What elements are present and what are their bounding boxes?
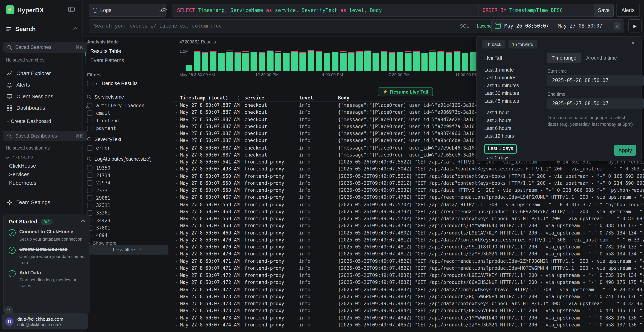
filter-value-row[interactable]: 32311 (87, 202, 168, 209)
shift-back-button[interactable]: 1h back (482, 40, 505, 48)
getstarted-item[interactable]: ✓Create Data SourcesConfigure where your… (8, 246, 84, 265)
histogram-bar[interactable] (372, 52, 379, 71)
histogram-bar[interactable] (202, 52, 208, 71)
log-row[interactable]: ›May 27 8:50:07.470 AMfrontend-proxyinfo… (172, 244, 644, 251)
histogram-bar[interactable] (397, 51, 404, 70)
save-button[interactable]: Save (594, 4, 614, 17)
analysis-mode-option[interactable]: Results Table (86, 47, 170, 56)
getstarted-item[interactable]: ✓Add DataStart sending logs, metrics, or… (8, 270, 84, 288)
column-header-timestamp[interactable]: Timestamp (Local)⋮ (180, 95, 244, 100)
source-select[interactable]: Logs (89, 4, 166, 17)
saved-dashboards-button[interactable]: Saved Dashboards ⌘K (3, 130, 87, 141)
log-row[interactable]: ›May 27 8:50:07.550 AMfrontend-proxyinfo… (172, 172, 644, 180)
time-range-option[interactable]: Last 1 minute (484, 66, 542, 74)
shift-forward-button[interactable]: 1h forward (508, 40, 537, 48)
histogram-bar[interactable] (250, 51, 257, 70)
sidebar-preset-item[interactable]: Services (0, 170, 82, 179)
analysis-mode-option[interactable]: Event Patterns (86, 56, 170, 65)
histogram-bar[interactable] (462, 52, 468, 71)
sidebar-item-alerts[interactable]: Alerts (0, 80, 95, 90)
apply-button[interactable]: Apply (614, 145, 636, 156)
histogram-bar[interactable] (194, 51, 200, 71)
histogram-bar[interactable] (454, 51, 460, 71)
histogram-bar[interactable] (300, 52, 306, 70)
log-row[interactable]: ›May 27 8:50:07.553 AMfrontend-proxyinfo… (172, 187, 644, 194)
time-range-option[interactable]: Last 3 hours (484, 117, 542, 124)
source-settings-gear-icon[interactable] (161, 6, 167, 13)
get-started-header[interactable]: Get Started 3/3 (8, 218, 84, 224)
histogram-bar[interactable] (405, 52, 412, 71)
log-row[interactable]: ›May 27 8:50:07.493 AMfrontend-proxyinfo… (172, 166, 644, 173)
log-row[interactable]: ›May 27 8:50:07.473 AMfrontend-proxyinfo… (172, 300, 644, 307)
log-row[interactable]: ›May 27 8:50:07.470 AMfrontend-proxyinfo… (172, 250, 644, 258)
filter-value-row[interactable]: 4894 (87, 232, 168, 239)
histogram-bar[interactable] (316, 51, 322, 71)
checkbox[interactable] (87, 165, 92, 170)
histogram-bar[interactable] (446, 52, 452, 70)
getstarted-item[interactable]: ✓Connect to ClickHouseSet up your databa… (8, 229, 84, 242)
checkbox[interactable] (87, 118, 92, 123)
sql-orderby-editor[interactable]: ORDER BY TimestampTime DESC (478, 4, 599, 17)
log-row[interactable]: ›May 27 8:50:07.474 AMfrontend-proxyinfo… (172, 322, 644, 328)
presets-section-toggle[interactable]: PRESETS (6, 155, 34, 160)
log-row[interactable]: ›May 27 8:50:07.472 AMfrontend-proxyinfo… (172, 279, 644, 286)
filter-value-row[interactable]: 29081 (87, 194, 168, 202)
histogram-bar[interactable] (242, 52, 249, 71)
time-range-option[interactable]: Last 5 minutes (484, 74, 542, 82)
filter-value-row[interactable]: 37801 (87, 224, 168, 232)
end-time-input[interactable] (551, 100, 640, 107)
histogram-bar[interactable] (429, 50, 436, 70)
histogram-bar[interactable] (356, 51, 363, 71)
column-header-level[interactable]: level⋮ (299, 95, 338, 100)
checkbox[interactable] (87, 180, 92, 186)
column-resize-handle[interactable]: ⋮ (330, 95, 338, 100)
checkbox[interactable] (87, 145, 92, 150)
time-range-option[interactable]: Last 30 minutes (484, 90, 542, 98)
log-row[interactable]: ›May 27 8:50:07.559 AMfrontend-proxyinfo… (172, 201, 644, 208)
language-toggle-lucene[interactable]: Lucene (477, 24, 492, 28)
time-range-option[interactable]: Last 1 hour (484, 109, 542, 117)
log-row[interactable]: ›May 27 8:50:07.469 AMfrontend-proxyinfo… (172, 229, 644, 236)
sidebar-collapse-icon[interactable] (68, 6, 75, 12)
log-row[interactable]: ›May 27 8:50:07.472 AMfrontend-proxyinfo… (172, 272, 644, 279)
sidebar-item-client-sessions[interactable]: Client Sessions (0, 91, 95, 102)
filter-value-row[interactable]: 2333 (87, 186, 168, 194)
alerts-button[interactable]: Alerts (616, 4, 640, 17)
histogram-bar[interactable] (381, 51, 387, 71)
filter-value-row[interactable]: frontend (87, 117, 168, 124)
user-menu[interactable]: D dale@clickhouse.com dale@clickhouse.co… (2, 314, 88, 329)
run-search-button[interactable]: ▶ (628, 19, 642, 32)
time-range-option[interactable]: Last 1 days (484, 144, 517, 154)
histogram-bar[interactable] (234, 52, 241, 70)
log-row[interactable]: ›May 27 8:50:07.467 AMfrontend-proxyinfo… (172, 194, 644, 201)
column-header-service[interactable]: service⋮ (244, 95, 299, 100)
sidebar-item-team-settings[interactable]: Team Settings (0, 197, 95, 207)
time-range-option[interactable]: Last 15 minutes (484, 82, 542, 90)
hyperdx-logo[interactable]: ⚡ (6, 5, 14, 14)
log-row[interactable]: ›May 27 8:50:07.473 AMfrontend-proxyinfo… (172, 293, 644, 300)
sql-select-editor[interactable]: SELECT Timestamp, ServiceName as service… (172, 4, 484, 17)
time-range-option[interactable]: Live Tail (484, 54, 542, 62)
histogram-bar[interactable] (259, 52, 265, 71)
histogram-bar[interactable] (267, 50, 273, 71)
histogram-bar[interactable] (283, 52, 290, 71)
log-row[interactable]: ›May 27 8:50:07.468 AMfrontend-proxyinfo… (172, 208, 644, 215)
close-icon[interactable]: × (631, 39, 635, 46)
tab-time-range[interactable]: Time range (547, 53, 581, 63)
time-range-option[interactable]: Last 45 minutes (484, 97, 542, 105)
histogram-bar[interactable] (218, 52, 224, 71)
filter-value-row[interactable]: 33261 (87, 209, 168, 216)
log-row[interactable]: ›May 27 8:50:07.550 AMfrontend-proxyinfo… (172, 180, 644, 187)
histogram-bar[interactable] (389, 52, 395, 70)
histogram-bar[interactable] (210, 51, 216, 71)
histogram-bar[interactable] (470, 51, 476, 70)
log-row[interactable]: ›May 27 8:50:07.471 AMfrontend-proxyinfo… (172, 258, 644, 265)
histogram-bar[interactable] (413, 51, 420, 71)
histogram-bar[interactable] (324, 52, 330, 71)
histogram-bar[interactable] (364, 50, 371, 71)
checkbox[interactable] (87, 126, 92, 131)
saved-searches-button[interactable]: Saved Searches ⌘K (3, 42, 87, 52)
sidebar-preset-item[interactable]: Kubernetes (0, 179, 82, 187)
time-range-option[interactable]: Last 6 hours (484, 124, 542, 132)
filter-value-row[interactable]: 21734 (87, 172, 168, 179)
